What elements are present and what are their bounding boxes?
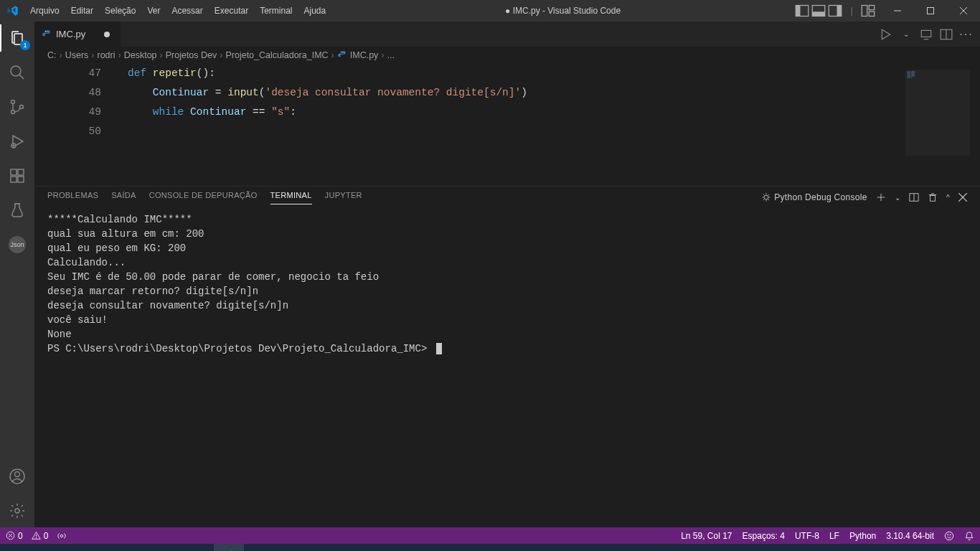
- taskbar-app-edge[interactable]: [274, 544, 304, 551]
- activity-search[interactable]: [0, 62, 34, 83]
- svg-point-52: [950, 534, 951, 534]
- editor-group: IMC.py ⌄ ··· C:› Users› rodri› Desktop› …: [34, 22, 980, 527]
- status-interpreter[interactable]: 3.10.4 64-bit: [886, 531, 934, 541]
- crumb-2[interactable]: rodri: [98, 50, 116, 60]
- status-encoding[interactable]: UTF-8: [795, 531, 819, 541]
- terminal-dropdown-icon[interactable]: ⌄: [895, 194, 900, 202]
- status-feedback-icon[interactable]: [944, 531, 954, 541]
- tab-imc-py[interactable]: IMC.py: [34, 22, 121, 47]
- menu-editar[interactable]: Editar: [66, 0, 98, 22]
- status-language[interactable]: Python: [849, 531, 876, 541]
- panel-tab-jupyter[interactable]: JUPYTER: [325, 191, 362, 204]
- bottom-panel: PROBLEMAS SAÍDA CONSOLE DE DEPURAÇÃO TER…: [34, 186, 980, 527]
- status-notifications-icon[interactable]: [964, 531, 974, 541]
- menu-executar[interactable]: Executar: [209, 0, 253, 22]
- toggle-panel-icon[interactable]: [811, 4, 826, 18]
- panel-tab-saida[interactable]: SAÍDA: [111, 191, 136, 204]
- dirty-indicator-icon: [104, 32, 110, 37]
- svg-point-48: [36, 537, 37, 538]
- terminal-profile[interactable]: Python Debug Console: [761, 192, 867, 202]
- title-bar: Arquivo Editar Seleção Ver Acessar Execu…: [0, 0, 980, 22]
- split-terminal-icon[interactable]: [909, 192, 919, 202]
- maximize-button[interactable]: [914, 0, 947, 22]
- svg-rect-20: [11, 169, 17, 175]
- crumb-file[interactable]: IMC.py: [337, 50, 379, 60]
- taskbar-app-explorer[interactable]: [93, 544, 123, 551]
- activity-testing[interactable]: [0, 199, 34, 221]
- panel-tab-problemas[interactable]: PROBLEMAS: [47, 191, 98, 204]
- crumb-1[interactable]: Users: [65, 50, 89, 60]
- taskbar-app-terminal[interactable]: [184, 544, 214, 551]
- kill-terminal-icon[interactable]: [928, 192, 938, 202]
- svg-rect-5: [837, 6, 842, 17]
- status-errors[interactable]: 0: [6, 531, 23, 541]
- menu-acessar[interactable]: Acessar: [166, 0, 207, 22]
- split-editor-icon[interactable]: [940, 28, 953, 41]
- activity-accounts[interactable]: [0, 466, 34, 487]
- activity-extensions[interactable]: [0, 165, 34, 187]
- activity-settings[interactable]: [0, 500, 34, 522]
- warning-icon: [32, 531, 41, 540]
- status-cursor-position[interactable]: Ln 59, Col 17: [681, 531, 732, 541]
- close-button[interactable]: [947, 0, 980, 22]
- new-terminal-icon[interactable]: [876, 192, 886, 202]
- menu-ajuda[interactable]: Ajuda: [299, 0, 331, 22]
- minimap[interactable]: ▂▃▅▃▂▃▅▆▃▂▃▅▆▃▂▃▅▆▃▂▃▅▃▂▃▅▆▃▂▃▅▆▃▂▃▅▆▃▂▃…: [905, 70, 970, 156]
- svg-point-17: [20, 105, 24, 109]
- activity-run-debug[interactable]: [0, 131, 34, 152]
- panel-close-icon[interactable]: [958, 193, 967, 202]
- python-file-icon: [42, 29, 52, 39]
- taskbar-app-spinner[interactable]: [244, 544, 274, 551]
- explorer-badge: 1: [20, 40, 30, 50]
- menu-arquivo[interactable]: Arquivo: [25, 0, 65, 22]
- svg-rect-23: [18, 169, 24, 175]
- menu-terminal[interactable]: Terminal: [255, 0, 297, 22]
- activity-explorer[interactable]: 1: [0, 27, 34, 49]
- panel-maximize-icon[interactable]: ^: [946, 194, 950, 202]
- taskbar-app-mail[interactable]: [154, 544, 184, 551]
- breadcrumbs[interactable]: C:› Users› rodri› Desktop› Projetos Dev›…: [34, 47, 980, 64]
- crumb-tail[interactable]: ...: [387, 50, 395, 60]
- more-actions-icon[interactable]: ···: [960, 28, 973, 41]
- crumb-0[interactable]: C:: [47, 50, 57, 60]
- svg-rect-7: [869, 6, 875, 10]
- minimize-button[interactable]: [881, 0, 914, 22]
- crumb-5[interactable]: Projeto_Calculadora_IMC: [225, 50, 328, 60]
- start-button[interactable]: [3, 544, 33, 551]
- panel-tabs: PROBLEMAS SAÍDA CONSOLE DE DEPURAÇÃO TER…: [34, 187, 980, 208]
- taskbar-search-icon[interactable]: [33, 544, 63, 551]
- activity-json[interactable]: Json: [0, 234, 34, 255]
- task-view-icon[interactable]: [63, 544, 93, 551]
- svg-point-26: [15, 472, 20, 477]
- terminal-output[interactable]: *****Calculando IMC*****qual sua altura …: [34, 208, 980, 527]
- error-icon: [6, 531, 15, 540]
- debug-run-icon[interactable]: [920, 28, 933, 41]
- status-live-share[interactable]: [57, 531, 67, 541]
- menu-selecao[interactable]: Seleção: [100, 0, 141, 22]
- svg-rect-8: [869, 11, 875, 16]
- terminal-profile-label: Python Debug Console: [774, 192, 867, 202]
- status-indentation[interactable]: Espaços: 4: [743, 531, 785, 541]
- run-play-icon[interactable]: [880, 28, 892, 41]
- status-warnings[interactable]: 0: [32, 531, 49, 541]
- broadcast-icon: [57, 531, 67, 541]
- svg-rect-3: [812, 11, 825, 16]
- svg-rect-1: [796, 6, 800, 17]
- code-editor[interactable]: 47484950 def repetir(): Continuar = inpu…: [34, 64, 980, 186]
- panel-tab-console-depuracao[interactable]: CONSOLE DE DEPURAÇÃO: [149, 191, 258, 204]
- svg-rect-10: [928, 8, 934, 14]
- toggle-secondary-sidebar-icon[interactable]: [828, 4, 842, 18]
- toggle-primary-sidebar-icon[interactable]: [795, 4, 809, 18]
- crumb-3[interactable]: Desktop: [124, 50, 157, 60]
- customize-layout-icon[interactable]: [861, 4, 875, 18]
- run-dropdown-icon[interactable]: ⌄: [900, 28, 913, 41]
- activity-source-control[interactable]: [0, 96, 34, 118]
- taskbar-app-chrome[interactable]: [123, 544, 154, 551]
- panel-tab-terminal[interactable]: TERMINAL: [270, 191, 312, 204]
- taskbar-app-vscode[interactable]: [214, 544, 244, 551]
- status-eol[interactable]: LF: [829, 531, 839, 541]
- crumb-4[interactable]: Projetos Dev: [166, 50, 217, 60]
- svg-rect-6: [862, 6, 867, 17]
- editor-actions: ⌄ ···: [880, 22, 980, 47]
- menu-ver[interactable]: Ver: [142, 0, 165, 22]
